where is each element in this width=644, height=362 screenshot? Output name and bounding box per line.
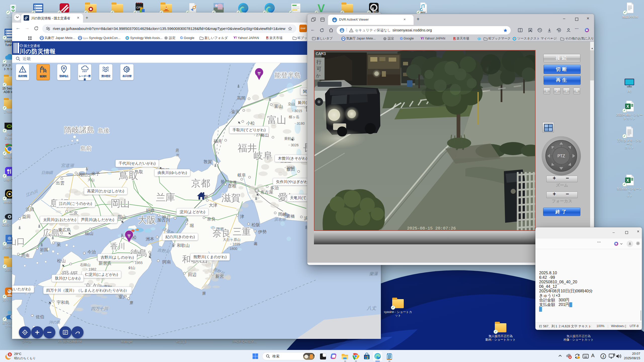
svg-text:周南: 周南 [21, 253, 29, 258]
svg-text:浜名湖: 浜名湖 [274, 217, 286, 221]
svg-text:島前: 島前 [80, 145, 92, 152]
svg-text:蘭瀑: 蘭瀑 [369, 272, 378, 276]
svg-text:姸路: 姸路 [146, 208, 155, 213]
svg-text:岡山: 岡山 [111, 198, 130, 209]
svg-text:京都: 京都 [191, 178, 210, 189]
svg-text:|(おおいたがわ): |(おおいたがわ) [12, 287, 30, 291]
svg-text:檳ヶ岳: 檳ヶ岳 [289, 115, 299, 119]
svg-text:津: 津 [240, 214, 244, 219]
svg-text:小松: 小松 [246, 121, 255, 126]
svg-text:大阪: 大阪 [138, 215, 156, 225]
svg-text:手取川(てどりがわ): 手取川(てどりがわ) [232, 128, 266, 132]
svg-text:富山: 富山 [267, 115, 286, 125]
svg-text:仁淀川(によどがわ): 仁淀川(によどがわ) [85, 272, 118, 277]
svg-text:X: X [626, 178, 629, 183]
svg-text:奈良: 奈良 [213, 228, 231, 238]
svg-text:1729・: 1729・ [77, 172, 88, 176]
svg-text:室戸: 室戸 [118, 295, 127, 299]
svg-text:洲本: 洲本 [146, 237, 154, 241]
svg-text:大台ヶ原山: 大台ヶ原山 [223, 238, 240, 242]
svg-text:浜田: 浜田 [26, 207, 34, 212]
svg-text:松阪: 松阪 [252, 222, 260, 227]
svg-text:大山: 大山 [88, 178, 95, 182]
svg-text:金沢: 金沢 [231, 109, 240, 114]
svg-text:三重: 三重 [233, 227, 251, 237]
svg-text:岐阜: 岐阜 [254, 150, 273, 161]
svg-text:・3015: ・3015 [291, 109, 302, 113]
svg-text:9: 9 [9, 353, 11, 356]
svg-text:PTZ: PTZ [557, 154, 565, 158]
svg-text:2025-08-15 20:07:26: 2025-08-15 20:07:26 [407, 226, 456, 230]
svg-text:東広島: 東広島 [58, 228, 71, 232]
svg-text:田辺: 田辺 [188, 272, 196, 277]
svg-text:肽川(ひじかわ): 肽川(ひじかわ) [55, 276, 80, 280]
svg-text:X: X [626, 104, 629, 109]
svg-text:香川: 香川 [110, 242, 125, 250]
svg-text:島後: 島後 [98, 127, 109, 134]
svg-text:・3067: ・3067 [283, 166, 295, 170]
svg-text:松山: 松山 [57, 258, 66, 263]
svg-text:富山: 富山 [274, 104, 283, 109]
svg-text:滋賀: 滋賀 [221, 193, 240, 203]
svg-text:・3180: ・3180 [293, 121, 305, 125]
svg-text:米子: 米子 [91, 171, 100, 176]
svg-text:日御碉: 日御碉 [41, 170, 53, 175]
svg-text:新居浜: 新居浜 [99, 261, 111, 266]
svg-text:宇和島: 宇和島 [57, 300, 69, 305]
svg-text:堀: 堀 [189, 223, 194, 228]
svg-text:・1800: ・1800 [226, 247, 237, 251]
svg-text:岐阜: 岐阜 [237, 173, 246, 177]
svg-text:今治: 今治 [87, 250, 96, 254]
svg-text:大津: 大津 [209, 203, 217, 208]
svg-text:芦田川(あしだがわ): 芦田川(あしだがわ) [81, 217, 114, 222]
svg-text:広島: 広島 [43, 228, 60, 238]
svg-text:阿南: 阿南 [162, 260, 171, 264]
svg-text:佐伯: 佐伯 [36, 314, 44, 319]
svg-text:乗鞋岳: 乗鞋岳 [284, 137, 295, 141]
svg-text:剣山: 剣山 [128, 266, 135, 270]
svg-text:出雲: 出雲 [56, 181, 64, 186]
svg-text:紀の川(きのかわ): 紀の川(きのかわ) [166, 235, 195, 239]
svg-text:兰庫: 兰庫 [156, 192, 175, 203]
svg-text:江の川(ごうのかわ): 江の川(ごうのかわ) [59, 201, 92, 206]
svg-text:J: J [602, 354, 604, 358]
svg-text:四万十川: 四万十川 [91, 306, 108, 311]
svg-text:伊勢: 伊勢 [258, 230, 267, 234]
svg-text:木曽川(きそがわ): 木曽川(きそがわ) [278, 156, 307, 160]
svg-text:能登半島: 能登半島 [274, 71, 301, 79]
svg-text:WAV: WAV [421, 11, 426, 14]
svg-text:豊橋: 豊橋 [286, 214, 295, 219]
svg-text:四万十川（渡川）（しまんとがわ(わたりがわ)）: 四万十川（渡川）（しまんとがわ(わたりがわ)） [46, 288, 129, 292]
svg-text:益田: 益田 [22, 214, 31, 219]
svg-text:福山: 福山 [85, 231, 93, 236]
svg-text:呆: 呆 [57, 242, 61, 247]
svg-text:隋岐諸島: 隋岐諸島 [64, 126, 94, 134]
svg-text:敦賀: 敦賀 [204, 159, 212, 164]
svg-text:奈良: 奈良 [207, 217, 216, 221]
svg-text:淀川(よどがわ): 淀川(よどがわ) [180, 210, 205, 214]
svg-text:彦根: 彦根 [228, 184, 236, 189]
svg-text:吉野川(よしのがわ): 吉野川(よしのがわ) [101, 255, 134, 259]
svg-text:高梁川(たかはしがわ): 高梁川(たかはしがわ) [87, 189, 124, 193]
svg-text:熊野川(くまのがわ): 熊野川(くまのがわ) [193, 255, 227, 259]
svg-text:・1695: ・1695 [229, 242, 240, 246]
svg-text:千代川(せんだいがわ): 千代川(せんだいがわ) [118, 161, 155, 165]
svg-text:CAM3: CAM3 [316, 52, 326, 56]
svg-text:岡山: 岡山 [118, 214, 126, 219]
svg-text:太田川(おおたがわ): 太田川(おおたがわ) [43, 217, 76, 222]
svg-text:岡崎: 岡崎 [278, 212, 287, 217]
svg-text:関: 関 [303, 89, 307, 94]
svg-text:鳥取: 鳥取 [119, 170, 138, 181]
svg-text:石鍾山: 石鍾山 [80, 263, 91, 267]
svg-text:・1982: ・1982 [85, 267, 96, 271]
svg-text:・3026: ・3026 [287, 143, 299, 147]
svg-text:沖の島: 沖の島 [49, 320, 60, 324]
svg-text:名古屋: 名古屋 [260, 190, 273, 195]
svg-text:和歌山: 和歌山 [177, 243, 190, 248]
svg-text:三次: 三次 [69, 210, 78, 215]
svg-text:福井: 福井 [213, 139, 222, 144]
svg-text:立山: 立山 [288, 102, 295, 106]
svg-text:多治: 多治 [270, 186, 279, 190]
svg-text:加古川: 加古川 [157, 218, 170, 222]
svg-text:高岡: 高岡 [237, 96, 246, 101]
